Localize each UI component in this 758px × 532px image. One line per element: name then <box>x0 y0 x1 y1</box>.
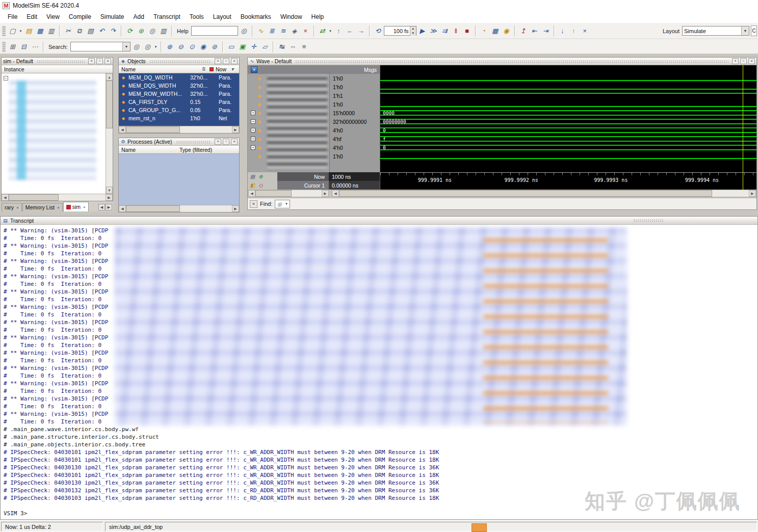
wave-timeline-ruler[interactable]: 999.9991 ns999.9992 ns999.9993 ns999.999… <box>380 172 756 190</box>
dock-icon[interactable]: + <box>215 139 221 145</box>
find-mode-select[interactable]: ◎ ▾ <box>275 200 290 208</box>
signal-msgs-value[interactable]: 1'h0 <box>330 152 380 161</box>
header-caret-icon[interactable]: ▾ <box>228 64 237 74</box>
panel-drag-handle[interactable] <box>149 60 211 63</box>
float-icon[interactable]: ▫ <box>223 139 229 145</box>
zoom-full-icon[interactable]: ⊙ <box>187 41 197 52</box>
view-declaration-icon[interactable]: ◈ <box>289 25 300 36</box>
signal-name-row[interactable]: ◆ <box>248 83 329 91</box>
object-row[interactable]: ◆MEM_DQ_WIDTH32'h0...Para. <box>119 73 239 82</box>
sim-vertical-scrollbar[interactable]: ▲ ▼ <box>106 73 113 194</box>
swap-view-caret-icon[interactable]: ▾ <box>328 29 333 33</box>
object-row[interactable]: ◆MEM_DQS_WIDTH32'h0...Para. <box>119 82 239 90</box>
delete-cursor-icon[interactable]: × <box>580 25 590 36</box>
signal-name-row[interactable]: ◆ <box>248 74 329 83</box>
signal-name-row[interactable]: +◆ <box>248 126 329 135</box>
search-help-icon[interactable]: ◎ <box>239 25 249 36</box>
up-context-icon[interactable]: ↑ <box>333 25 344 36</box>
zoom-out-icon[interactable]: ⊖ <box>175 41 186 52</box>
delete-selected-icon[interactable]: × <box>300 25 311 36</box>
processes-body[interactable] <box>119 154 239 205</box>
swap-view-icon[interactable]: ⇄ <box>317 25 328 36</box>
panel-drag-handle[interactable] <box>295 60 728 63</box>
instance-column-header[interactable]: Instance <box>2 65 113 73</box>
stop-icon[interactable]: ■ <box>462 25 473 36</box>
more-options-icon[interactable]: ⋯ <box>30 41 40 52</box>
find-mode-caret-icon[interactable]: ▾ <box>284 202 289 206</box>
signal-msgs-value[interactable]: 32'h00000000 <box>330 117 380 126</box>
run-all-icon[interactable]: ⇉ <box>439 25 450 36</box>
open-icon[interactable]: ▤ <box>23 25 34 36</box>
save-icon[interactable]: ▦ <box>35 25 45 36</box>
scroll-down-icon[interactable]: ▼ <box>106 187 113 194</box>
tab-rary[interactable]: rary× <box>2 203 22 211</box>
filter-columns-icon[interactable]: ▥ <box>158 25 169 36</box>
toolbar-grip[interactable] <box>2 41 6 52</box>
transcript-titlebar[interactable]: ▤ Transcript <box>1 217 757 225</box>
panel-drag-handle[interactable] <box>176 141 211 143</box>
memory-profile-icon[interactable]: ▦ <box>490 25 501 36</box>
print-icon[interactable]: ▥ <box>46 25 57 36</box>
signal-name-row[interactable]: ◆ <box>248 152 329 161</box>
signal-name-row[interactable]: +◆ <box>248 143 329 152</box>
tree-collapse-icon[interactable]: − <box>4 76 8 81</box>
cursor-add-icon[interactable]: ⊕ <box>257 173 265 180</box>
signal-name-row[interactable]: +◆ <box>248 117 329 126</box>
prev-neg-edge-icon[interactable]: ↓ <box>557 25 568 36</box>
transcript-body[interactable]: # ** Warning: (vsim-3015) [PCDP# Time: 0… <box>1 225 757 519</box>
run-length-value[interactable]: 100 fs <box>384 28 410 34</box>
scroll-left-icon[interactable]: ◀ <box>332 190 339 197</box>
scroll-left-icon[interactable]: ◀ <box>119 126 126 133</box>
break-icon[interactable]: ‖ <box>451 25 461 36</box>
cursor-edit-icon[interactable]: ◇ <box>257 181 265 189</box>
undo-icon[interactable]: ↶ <box>96 25 107 36</box>
menu-tools[interactable]: Tools <box>185 12 208 21</box>
object-row[interactable]: ◆MEM_ROW_WIDTH...32'h0...Para. <box>119 90 239 98</box>
add-to-list-icon[interactable]: ≣ <box>267 25 277 36</box>
wave-horizontal-scrollbar[interactable]: ◀ ▶ <box>331 190 756 197</box>
scroll-thumb[interactable] <box>9 194 59 201</box>
menu-transcript[interactable]: Transcript <box>149 12 185 21</box>
tab-close-icon[interactable]: × <box>57 205 60 210</box>
signal-msgs-value[interactable]: 4'hf <box>330 135 380 143</box>
processes-horizontal-scrollbar[interactable]: ◀ ▶ <box>119 205 239 212</box>
layout-select-arrow-icon[interactable]: ▼ <box>741 26 749 35</box>
pause-icon[interactable]: ◉ <box>501 25 512 36</box>
select-mode-icon[interactable]: ▭ <box>226 41 237 52</box>
ungroup-signals-icon[interactable]: ⊟ <box>18 41 29 52</box>
signal-name-row[interactable]: +◆ <box>248 109 329 117</box>
restart-icon[interactable]: ⟲ <box>373 25 383 36</box>
menu-layout[interactable]: Layout <box>208 12 236 21</box>
find-previous-icon[interactable]: ◎ <box>142 41 153 52</box>
group-signals-icon[interactable]: ⊞ <box>7 41 18 52</box>
help-search-input[interactable] <box>191 26 238 36</box>
processes-panel-titlebar[interactable]: ⚙ Processes (Active) + ▫ × <box>119 138 239 146</box>
objects-column-header[interactable]: Name ⇅ Now ▾ <box>119 65 239 73</box>
compile-all-icon[interactable]: ⊛ <box>136 25 146 36</box>
tab-memory-list[interactable]: Memory List× <box>22 203 63 211</box>
find-next-icon[interactable]: ◎ <box>131 41 142 52</box>
back-icon[interactable]: ← <box>345 25 355 36</box>
overflow-button[interactable]: C <box>751 25 757 36</box>
scroll-thumb[interactable] <box>339 190 712 197</box>
wave-canvas[interactable]: 0000000000000f0 999.9991 ns999.9992 ns99… <box>380 65 756 190</box>
objects-panel-titlebar[interactable]: ◈ Objects + ▫ × <box>119 58 239 65</box>
signal-name-row[interactable]: ◆ <box>248 100 329 109</box>
transcript-drag-handle[interactable] <box>633 219 664 222</box>
wave-cursor-line[interactable] <box>743 65 743 190</box>
dock-icon[interactable]: + <box>215 58 221 64</box>
scroll-left-icon[interactable]: ◀ <box>2 194 9 201</box>
scroll-left-icon[interactable]: ◀ <box>248 190 255 197</box>
expand-icon[interactable]: + <box>251 119 255 124</box>
zoom-mode-icon[interactable]: ▣ <box>237 41 248 52</box>
signal-msgs-value[interactable]: 1'h0 <box>330 74 380 83</box>
scroll-left-icon[interactable]: ◀ <box>119 205 126 212</box>
scroll-right-icon[interactable]: ▶ <box>232 126 239 133</box>
menu-view[interactable]: View <box>42 12 64 21</box>
names-horizontal-scrollbar[interactable]: ◀ ▶ <box>248 190 329 197</box>
close-icon[interactable]: × <box>104 58 111 64</box>
wave-signal-names[interactable]: ◆◆◆◆+◆+◆+◆+◆+◆◆ <box>248 74 329 172</box>
expand-icon[interactable]: + <box>251 111 255 115</box>
find-close-icon[interactable]: × <box>250 200 257 208</box>
run-icon[interactable]: ▶ <box>417 25 428 36</box>
